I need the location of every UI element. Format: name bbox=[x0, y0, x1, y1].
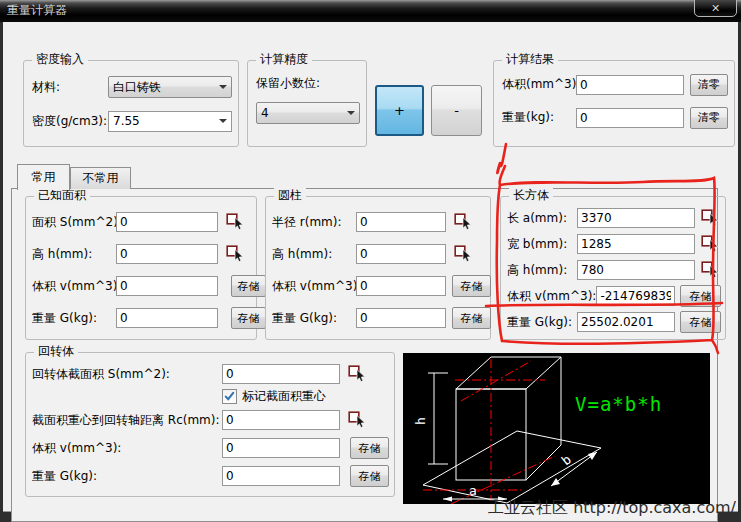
area-label: 面积 S(mm^2): bbox=[32, 214, 116, 231]
pick-from-drawing-icon[interactable] bbox=[226, 245, 246, 263]
pick-from-drawing-icon[interactable] bbox=[454, 245, 474, 263]
height-input[interactable] bbox=[116, 244, 218, 264]
title-bar[interactable]: 重量计算器 ✕ bbox=[0, 0, 741, 22]
result-volume-input[interactable] bbox=[576, 75, 684, 95]
length-input[interactable] bbox=[577, 208, 695, 228]
volume-input[interactable] bbox=[116, 276, 218, 296]
store-button[interactable]: 存储 bbox=[231, 275, 266, 297]
volume-input[interactable] bbox=[356, 276, 446, 296]
height-label: 高 h(mm): bbox=[507, 262, 577, 279]
volume-label: 体积 v(mm^3): bbox=[32, 278, 116, 295]
volume-label: 体积 v(mm^3): bbox=[507, 288, 596, 305]
dim-h-label: h bbox=[413, 417, 428, 425]
pick-from-drawing-icon[interactable] bbox=[348, 411, 368, 429]
radius-label: 半径 r(mm): bbox=[272, 214, 356, 231]
store-button[interactable]: 存储 bbox=[452, 275, 491, 297]
chevron-down-icon bbox=[219, 85, 227, 89]
area-input[interactable] bbox=[116, 212, 218, 232]
width-input[interactable] bbox=[577, 234, 695, 254]
mark-centroid-row: 标记截面积重心 bbox=[222, 388, 390, 405]
store-button[interactable]: 存储 bbox=[680, 311, 721, 333]
check-icon bbox=[224, 391, 235, 402]
chevron-down-icon bbox=[219, 119, 227, 123]
result-volume-row: 体积(mm^3): 清零 bbox=[502, 74, 728, 95]
density-input-group: 密度输入 材料: 白口铸铁 密度(g/cm3): 7.55 bbox=[23, 60, 239, 147]
density-select[interactable]: 7.55 bbox=[108, 111, 232, 132]
add-button[interactable]: + bbox=[375, 85, 424, 136]
material-select[interactable]: 白口铸铁 bbox=[108, 76, 232, 98]
height-label: 高 h(mm): bbox=[272, 246, 356, 263]
length-label: 长 a(mm): bbox=[507, 210, 577, 227]
tab-uncommon[interactable]: 不常用 bbox=[70, 167, 131, 189]
weight-label: 重量 G(kg): bbox=[272, 310, 356, 327]
pick-from-drawing-icon[interactable] bbox=[226, 213, 246, 231]
material-row: 材料: 白口铸铁 bbox=[32, 76, 232, 98]
store-button[interactable]: 存储 bbox=[350, 465, 389, 487]
material-label: 材料: bbox=[32, 79, 108, 96]
material-value: 白口铸铁 bbox=[113, 79, 215, 96]
group-title: 计算精度 bbox=[256, 52, 312, 66]
group-title: 已知面积 bbox=[34, 188, 90, 202]
clear-volume-button[interactable]: 清零 bbox=[690, 74, 728, 96]
density-label: 密度(g/cm3): bbox=[32, 113, 108, 130]
section-area-input[interactable] bbox=[222, 364, 340, 384]
pick-from-drawing-icon[interactable] bbox=[701, 261, 721, 279]
height-input[interactable] bbox=[356, 244, 446, 264]
close-icon: ✕ bbox=[711, 2, 720, 15]
result-volume-label: 体积(mm^3): bbox=[502, 76, 576, 93]
watermark-text: 工业云社区 http://top.caxa.com/ bbox=[488, 498, 736, 519]
radius-input[interactable] bbox=[356, 212, 446, 232]
dim-b-label: b bbox=[559, 452, 575, 469]
result-group: 计算结果 体积(mm^3): 清零 重量(kg): 清零 bbox=[493, 60, 735, 147]
known-area-group: 已知面积 面积 S(mm^2): 高 h(mm): 体积 v(mm^3):存储 … bbox=[25, 196, 257, 340]
height-input[interactable] bbox=[577, 260, 695, 280]
pick-from-drawing-icon[interactable] bbox=[701, 209, 721, 227]
precision-group: 计算精度 保留小数位: 4 bbox=[247, 60, 367, 147]
result-weight-label: 重量(kg): bbox=[502, 109, 576, 126]
decimal-places-value: 4 bbox=[261, 106, 343, 120]
store-button[interactable]: 存储 bbox=[452, 307, 491, 329]
density-value: 7.55 bbox=[113, 114, 215, 128]
rc-distance-label: 截面积重心到回转轴距离 Rc(mm): bbox=[32, 412, 222, 429]
cuboid-wireframe-drawing: h a b bbox=[403, 353, 710, 504]
dim-a-label: a bbox=[469, 483, 477, 498]
volume-formula: V=a*b*h bbox=[575, 393, 662, 415]
weight-input[interactable] bbox=[356, 308, 446, 328]
subtract-button[interactable]: - bbox=[431, 85, 482, 136]
weight-input[interactable] bbox=[577, 312, 675, 332]
section-area-label: 回转体截面积 S(mm^2): bbox=[32, 366, 222, 383]
volume-label: 体积 v(mm^3): bbox=[272, 278, 356, 295]
width-label: 宽 b(mm): bbox=[507, 236, 577, 253]
cuboid-diagram-panel: h a b V=a*b*h bbox=[403, 353, 710, 504]
cylinder-group: 圆柱 半径 r(mm): 高 h(mm): 体积 v(mm^3):存储 重量 G… bbox=[265, 196, 491, 340]
weight-label: 重量 G(kg): bbox=[32, 310, 116, 327]
density-row: 密度(g/cm3): 7.55 bbox=[32, 110, 232, 132]
mark-centroid-checkbox[interactable] bbox=[222, 389, 237, 404]
weight-calculator-window: 重量计算器 ✕ 密度输入 材料: 白口铸铁 密度(g/cm3): 7.55 bbox=[0, 0, 741, 522]
pick-from-drawing-icon[interactable] bbox=[348, 365, 368, 383]
decimal-places-label: 保留小数位: bbox=[256, 75, 359, 92]
group-title: 密度输入 bbox=[32, 52, 88, 66]
pick-from-drawing-icon[interactable] bbox=[701, 235, 721, 253]
store-button[interactable]: 存储 bbox=[680, 285, 721, 307]
close-button[interactable]: ✕ bbox=[694, 0, 737, 17]
volume-input[interactable] bbox=[222, 438, 340, 458]
store-button[interactable]: 存储 bbox=[350, 437, 389, 459]
volume-input[interactable] bbox=[596, 286, 675, 306]
clear-weight-button[interactable]: 清零 bbox=[690, 107, 728, 129]
height-label: 高 h(mm): bbox=[32, 246, 116, 263]
group-title: 回转体 bbox=[34, 344, 78, 358]
tab-common[interactable]: 常用 bbox=[17, 164, 70, 190]
pick-from-drawing-icon[interactable] bbox=[454, 213, 474, 231]
group-title: 长方体 bbox=[509, 188, 553, 202]
weight-input[interactable] bbox=[222, 466, 340, 486]
cuboid-group: 长方体 长 a(mm): 宽 b(mm): 高 h(mm): 体积 v(mm^3… bbox=[500, 196, 726, 340]
result-weight-input[interactable] bbox=[576, 108, 684, 128]
rc-distance-input[interactable] bbox=[222, 410, 340, 430]
decimal-places-select[interactable]: 4 bbox=[256, 102, 360, 124]
window-title: 重量计算器 bbox=[7, 2, 67, 19]
weight-input[interactable] bbox=[116, 308, 218, 328]
store-button[interactable]: 存储 bbox=[231, 307, 266, 329]
dialog-body: 密度输入 材料: 白口铸铁 密度(g/cm3): 7.55 计算精度 保留小数位… bbox=[3, 22, 738, 512]
mark-centroid-label: 标记截面积重心 bbox=[242, 388, 326, 405]
